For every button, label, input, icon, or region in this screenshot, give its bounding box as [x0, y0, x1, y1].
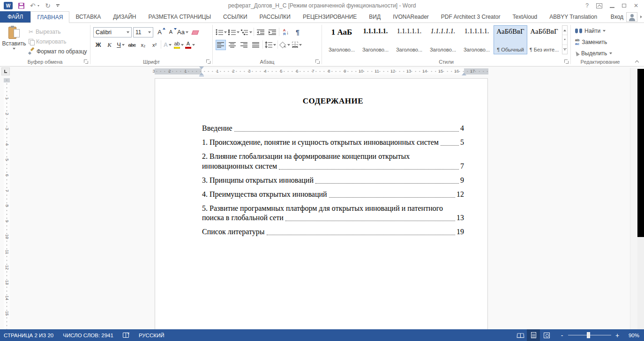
zoom-in-button[interactable]: +	[615, 332, 620, 339]
undo-button[interactable]: ↶	[30, 1, 39, 10]
tab-вставка[interactable]: ВСТАВКА	[69, 11, 107, 22]
tab-рассылки[interactable]: РАССЫЛКИ	[254, 11, 297, 22]
superscript-button[interactable]: х²	[150, 40, 159, 50]
right-indent-marker[interactable]	[462, 73, 466, 75]
grow-font-button[interactable]: А	[155, 27, 165, 37]
bullets-button[interactable]	[216, 27, 227, 37]
style-заголово[interactable]: 1.1.1.1.1.Заголово...	[392, 25, 426, 54]
decrease-indent-button[interactable]	[255, 27, 266, 37]
language-indicator[interactable]: РУССКИЙ	[139, 333, 165, 338]
chevron-down-icon	[57, 6, 59, 7]
tab-stop-selector[interactable]	[1, 67, 10, 75]
copy-button[interactable]: Копировать	[27, 37, 89, 47]
italic-button[interactable]: К	[105, 40, 114, 50]
replace-button[interactable]: abacЗаменить	[574, 37, 627, 47]
word-logo-icon[interactable]: W	[4, 2, 13, 9]
line-spacing-button[interactable]	[264, 40, 276, 50]
vertical-scrollbar[interactable]	[630, 68, 637, 329]
shrink-font-button[interactable]: А	[166, 27, 176, 37]
restore-button[interactable]	[622, 4, 626, 7]
style-заголово[interactable]: 1.1.1.1.1.Заголово...	[359, 25, 392, 54]
collapse-ribbon-button[interactable]	[635, 60, 639, 63]
tab-ссылки[interactable]: ССЫЛКИ	[217, 11, 253, 22]
justify-button[interactable]	[251, 40, 261, 50]
dialog-launcher-icon[interactable]	[315, 59, 320, 64]
tab-главная[interactable]: ГЛАВНАЯ	[30, 11, 69, 23]
sort-button[interactable]: АЯ↓	[281, 27, 291, 37]
highlight-button[interactable]: ab	[174, 40, 184, 50]
multilevel-list-button[interactable]	[241, 27, 252, 37]
page-indicator[interactable]: СТРАНИЦА 2 ИЗ 20	[4, 333, 53, 338]
print-layout-button[interactable]	[527, 329, 540, 341]
style-без-инте[interactable]: АаБбВвГ¶ Без инте...	[527, 25, 561, 54]
style-заголово[interactable]: 1 АаБЗаголово...	[325, 25, 359, 54]
show-paragraph-marks-button[interactable]: ¶	[292, 27, 303, 37]
find-button[interactable]: Найти	[574, 26, 627, 36]
cut-button[interactable]: ✂Вырезать	[27, 27, 89, 37]
shading-button[interactable]	[279, 40, 290, 50]
font-size-combo[interactable]: 11	[133, 27, 153, 37]
align-left-button[interactable]	[216, 40, 226, 50]
style-заголово[interactable]: 1.1.1.1.1.Заголово...	[426, 25, 460, 54]
web-layout-button[interactable]	[540, 329, 553, 341]
zoom-out-button[interactable]: -	[560, 332, 564, 339]
vertical-ruler[interactable]: 123456789101112131415	[4, 78, 10, 329]
zoom-slider-handle[interactable]	[587, 332, 590, 338]
style-обычный[interactable]: АаБбВвГ¶ Обычный	[494, 25, 527, 54]
format-painter-button[interactable]: Формат по образцу	[27, 46, 89, 56]
first-line-indent-marker[interactable]	[199, 67, 204, 69]
tab-дизайн[interactable]: ДИЗАЙН	[107, 11, 142, 22]
read-mode-button[interactable]	[514, 329, 527, 341]
text-effects-button[interactable]: А	[163, 40, 172, 50]
select-button[interactable]: Выделить	[574, 48, 627, 58]
ribbon-display-options-button[interactable]	[596, 3, 602, 8]
font-color-button[interactable]: А	[185, 40, 195, 50]
tab-file[interactable]: ФАЙЛ	[0, 11, 30, 22]
clear-formatting-button[interactable]	[190, 27, 200, 37]
tab-textaloud[interactable]: TextAloud	[507, 11, 544, 22]
minimize-button[interactable]	[610, 3, 614, 8]
dialog-launcher-icon[interactable]	[564, 59, 569, 64]
style-label: Заголово...	[393, 47, 426, 54]
strikethrough-button[interactable]: abc	[127, 40, 137, 50]
styles-more-button[interactable]	[562, 45, 567, 54]
redo-button[interactable]: ↻	[45, 2, 51, 9]
chevron-right-icon[interactable]	[640, 15, 642, 18]
style-заголово[interactable]: 1.1.1.1.1.Заголово...	[460, 25, 494, 54]
close-button[interactable]: ✕	[634, 2, 638, 9]
word-count[interactable]: ЧИСЛО СЛОВ: 2941	[63, 333, 113, 338]
hanging-indent-marker[interactable]	[199, 73, 204, 75]
tab-разметка-страницы[interactable]: РАЗМЕТКА СТРАНИЦЫ	[142, 11, 217, 22]
user-avatar-icon[interactable]	[626, 12, 637, 22]
sign-in-link[interactable]: Вход	[611, 14, 623, 20]
align-right-button[interactable]	[239, 40, 249, 50]
bold-button[interactable]: Ж	[93, 40, 103, 50]
customize-qat-button[interactable]	[56, 4, 60, 7]
dialog-launcher-icon[interactable]	[206, 59, 211, 64]
subscript-button[interactable]: х₂	[138, 40, 148, 50]
align-center-button[interactable]	[227, 40, 238, 50]
tab-ivonareader[interactable]: IVONAReader	[387, 11, 435, 22]
styles-scroll-down-button[interactable]	[562, 35, 567, 44]
change-case-button[interactable]: Аа	[177, 27, 188, 37]
tab-рецензирование[interactable]: РЕЦЕНЗИРОВАНИЕ	[297, 11, 363, 22]
numbering-button[interactable]	[228, 27, 240, 37]
borders-button[interactable]	[292, 40, 302, 50]
tab-pdf-architect-3-creator[interactable]: PDF Architect 3 Creator	[435, 11, 507, 22]
zoom-slider[interactable]	[568, 335, 611, 335]
save-icon[interactable]	[18, 3, 24, 9]
paste-button[interactable]: Вставить	[3, 25, 25, 58]
tab-abbyy-translation[interactable]: ABBYY Translation	[543, 11, 603, 22]
proofing-status-button[interactable]	[123, 333, 129, 338]
increase-indent-button[interactable]	[267, 27, 277, 37]
font-family-combo[interactable]: Calibri	[93, 27, 132, 37]
document-page[interactable]: СОДЕРЖАНИЕ Введение41. Происхождение, по…	[155, 78, 488, 329]
dialog-launcher-icon[interactable]	[84, 59, 89, 64]
zoom-level[interactable]: 90%	[623, 333, 639, 338]
help-button[interactable]: ?	[585, 2, 589, 9]
tab-вид[interactable]: ВИД	[363, 11, 387, 22]
underline-button[interactable]: Ч	[116, 40, 126, 50]
toc-text: поиска в глобальной сети	[202, 213, 284, 223]
styles-scroll-up-button[interactable]	[562, 26, 567, 35]
horizontal-ruler[interactable]: 3211234567891011121314151617	[155, 68, 488, 74]
